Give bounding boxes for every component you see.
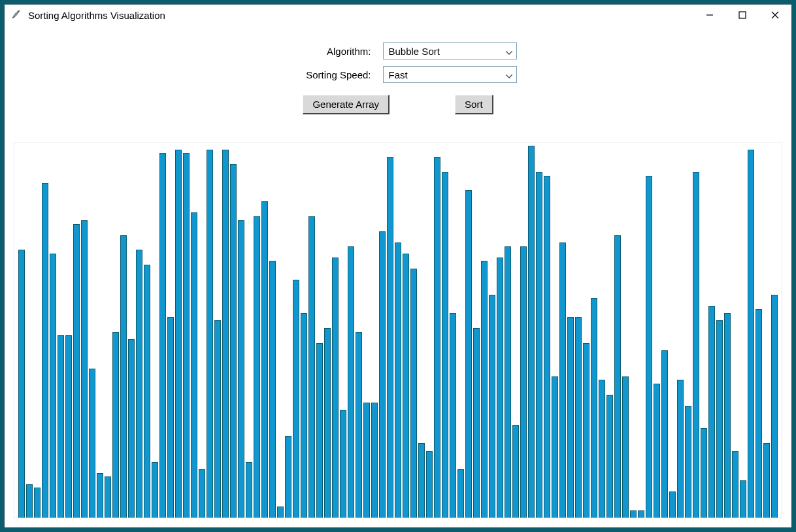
button-row: Generate Array Sort bbox=[280, 95, 516, 114]
bar bbox=[434, 157, 440, 518]
bar bbox=[403, 254, 409, 518]
bar bbox=[324, 328, 331, 518]
bar bbox=[277, 507, 284, 518]
close-button[interactable] bbox=[759, 5, 791, 25]
bar bbox=[261, 201, 268, 518]
bar bbox=[191, 212, 197, 518]
titlebar: Sorting Algorithms Visualization bbox=[5, 5, 791, 25]
speed-select[interactable]: Fast bbox=[383, 66, 517, 83]
bar bbox=[18, 250, 25, 518]
bar bbox=[677, 380, 684, 518]
bar bbox=[301, 313, 307, 518]
bar bbox=[473, 328, 480, 518]
controls-panel: Algorithm: Bubble Sort Sorting Speed: Fa… bbox=[5, 25, 791, 121]
bar bbox=[340, 410, 346, 518]
bar bbox=[410, 269, 417, 518]
bar bbox=[26, 484, 33, 518]
bar bbox=[520, 246, 527, 518]
bar bbox=[58, 335, 64, 518]
bar bbox=[748, 150, 754, 518]
bar bbox=[669, 491, 676, 518]
bar bbox=[512, 425, 519, 518]
bar bbox=[638, 510, 644, 518]
speed-row: Sorting Speed: Fast bbox=[280, 66, 517, 83]
bar bbox=[763, 443, 770, 518]
visualization-canvas bbox=[14, 142, 782, 518]
bar bbox=[716, 320, 723, 518]
bar bbox=[575, 317, 582, 518]
minimize-button[interactable] bbox=[693, 5, 726, 25]
application-window: Sorting Algorithms Visualization Algorit… bbox=[4, 4, 792, 528]
window-title: Sorting Algorithms Visualization bbox=[28, 10, 693, 21]
speed-label: Sorting Speed: bbox=[280, 69, 371, 80]
bar bbox=[316, 343, 323, 518]
bar bbox=[136, 250, 142, 518]
bar bbox=[724, 313, 731, 518]
bar bbox=[606, 395, 613, 518]
bar bbox=[167, 317, 174, 518]
bar bbox=[144, 265, 150, 518]
bar bbox=[755, 309, 762, 518]
speed-value: Fast bbox=[389, 69, 408, 80]
bar bbox=[481, 261, 488, 518]
bar bbox=[544, 176, 550, 518]
bars-container bbox=[18, 146, 778, 518]
chevron-down-icon bbox=[506, 69, 512, 80]
bar bbox=[693, 172, 699, 518]
bar bbox=[552, 376, 558, 518]
algorithm-label: Algorithm: bbox=[280, 46, 371, 57]
bar bbox=[630, 510, 637, 518]
bar bbox=[89, 369, 95, 518]
bar bbox=[356, 332, 362, 518]
bar bbox=[199, 469, 205, 518]
bar bbox=[112, 332, 119, 518]
bar bbox=[50, 254, 56, 518]
bar bbox=[34, 488, 41, 518]
bar bbox=[332, 258, 339, 518]
bar bbox=[654, 384, 660, 518]
algorithm-row: Algorithm: Bubble Sort bbox=[280, 42, 517, 59]
bar bbox=[528, 146, 535, 518]
generate-array-button[interactable]: Generate Array bbox=[303, 95, 390, 114]
bar bbox=[418, 443, 425, 518]
bar bbox=[583, 343, 589, 518]
bar bbox=[489, 295, 495, 518]
svg-rect-1 bbox=[739, 12, 746, 18]
feather-icon bbox=[10, 9, 22, 21]
bar bbox=[120, 235, 127, 518]
bar bbox=[465, 190, 472, 518]
bar bbox=[661, 350, 668, 518]
window-controls bbox=[693, 5, 791, 25]
bar bbox=[105, 476, 111, 518]
bar bbox=[65, 335, 72, 518]
bar bbox=[81, 220, 88, 518]
algorithm-select[interactable]: Bubble Sort bbox=[383, 42, 517, 59]
bar bbox=[285, 436, 291, 518]
bar bbox=[599, 380, 605, 518]
bar bbox=[175, 150, 182, 518]
bar bbox=[128, 339, 135, 518]
bar bbox=[708, 306, 715, 518]
bar bbox=[269, 261, 276, 518]
bar bbox=[152, 462, 158, 518]
bar bbox=[505, 246, 511, 518]
bar bbox=[591, 298, 597, 518]
bar bbox=[371, 403, 378, 518]
bar bbox=[73, 224, 80, 518]
bar bbox=[222, 150, 229, 518]
bar bbox=[230, 164, 237, 518]
sort-button[interactable]: Sort bbox=[455, 95, 493, 114]
maximize-button[interactable] bbox=[726, 5, 759, 25]
bar bbox=[214, 320, 221, 518]
algorithm-value: Bubble Sort bbox=[389, 46, 440, 57]
bar bbox=[348, 246, 354, 518]
bar bbox=[567, 317, 574, 518]
bar bbox=[614, 235, 621, 518]
bar bbox=[685, 406, 691, 518]
bar bbox=[183, 153, 190, 518]
bar bbox=[395, 242, 401, 518]
bar bbox=[622, 376, 629, 518]
bar bbox=[536, 172, 542, 518]
bar bbox=[254, 216, 260, 518]
bar bbox=[426, 451, 433, 518]
